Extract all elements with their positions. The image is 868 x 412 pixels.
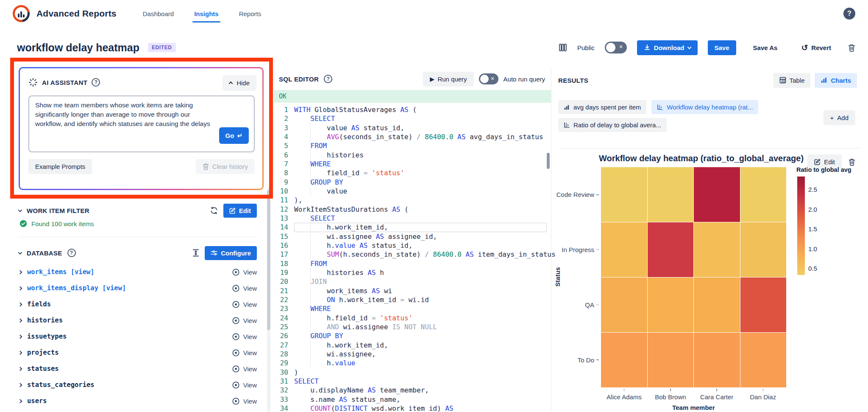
view-table-button[interactable]: View (232, 349, 257, 357)
code-line[interactable]: 1WITH GlobalStatusAverages AS ( (277, 105, 547, 114)
table-name[interactable]: issuetypes (27, 333, 67, 340)
delete-chart-trash-icon[interactable] (849, 158, 855, 166)
table-name[interactable]: work_items [view] (27, 268, 95, 276)
database-table-row[interactable]: usersView (19, 393, 257, 409)
code-line[interactable]: 14 h.work_item_id, (277, 223, 547, 232)
collapse-chevron-icon[interactable] (18, 208, 22, 212)
heatmap-cell[interactable] (740, 167, 787, 222)
heatmap-cell[interactable] (694, 277, 740, 332)
table-name[interactable]: work_items_display [view] (27, 284, 126, 292)
sql-help-icon[interactable]: ? (324, 75, 332, 83)
expand-rows-icon[interactable] (192, 249, 200, 257)
table-name[interactable]: projects (27, 349, 59, 356)
code-line[interactable]: 25 AND wi.assignee IS NOT NULL (277, 322, 547, 331)
nav-dashboard[interactable]: Dashboard (143, 7, 174, 21)
view-table-button[interactable]: View (232, 333, 257, 341)
code-line[interactable]: 17 SUM(h.seconds_in_state) / 86400.0 AS … (277, 250, 547, 259)
code-line[interactable]: 6 histories (277, 151, 547, 160)
view-table-button[interactable]: View (232, 268, 257, 276)
run-query-button[interactable]: ▶ Run query (423, 72, 473, 87)
code-line[interactable]: 22 ON h.work_item_id = wi.id (277, 295, 547, 304)
chevron-right-icon[interactable] (18, 334, 22, 339)
go-button[interactable]: Go ↵ (219, 127, 249, 144)
database-table-row[interactable]: work_items [view]View (19, 264, 257, 280)
sql-editor-scrollbar-thumb[interactable] (547, 153, 550, 169)
heatmap-cell[interactable] (648, 333, 694, 387)
view-table-button[interactable]: View (232, 397, 257, 405)
edit-filter-button[interactable]: Edit (223, 204, 257, 218)
code-line[interactable]: 23 WHERE (277, 304, 547, 313)
nav-reports[interactable]: Reports (239, 7, 262, 21)
code-line[interactable]: 32 u.displayName AS team_member, (277, 386, 547, 395)
public-toggle[interactable]: ✕ (605, 42, 627, 53)
heatmap-cell[interactable] (740, 222, 787, 277)
tab-avg-days-spent-per-item[interactable]: avg days spent per item (558, 100, 646, 114)
add-chart-button[interactable]: + Add (823, 110, 855, 125)
heatmap-cell[interactable] (648, 167, 694, 222)
view-table-button[interactable]: View (232, 300, 257, 308)
database-help-icon[interactable]: ? (67, 249, 76, 257)
code-line[interactable]: 11), (277, 196, 547, 205)
table-name[interactable]: statuses (27, 365, 59, 373)
nav-insights[interactable]: Insights (194, 7, 219, 21)
ai-help-icon[interactable]: ? (92, 78, 100, 87)
heatmap-cell[interactable] (648, 277, 694, 332)
example-prompts-button[interactable]: Example Prompts (28, 159, 92, 174)
auto-run-toggle[interactable]: ✕ (479, 73, 498, 84)
table-name[interactable]: fields (27, 300, 51, 308)
code-line[interactable]: 5 FROM (277, 141, 547, 150)
left-panel-scrollbar[interactable] (267, 187, 270, 412)
code-line[interactable]: 29 h.value (277, 359, 547, 367)
sql-code[interactable]: 1WITH GlobalStatusAverages AS (2 SELECT3… (274, 103, 551, 412)
code-line[interactable]: 33 s.name AS status_name, (277, 395, 547, 404)
code-line[interactable]: 8 field_id = 'status' (277, 168, 547, 177)
view-table-button[interactable]: View (232, 365, 257, 373)
database-table-row[interactable]: statusesView (19, 361, 257, 377)
heatmap-cell[interactable] (694, 222, 740, 277)
chevron-right-icon[interactable] (18, 286, 22, 290)
database-table-row[interactable]: historiesView (19, 312, 257, 328)
code-line[interactable]: 21 work_items AS wi (277, 286, 547, 295)
tab-workflow-delay-heatmap[interactable]: Workflow delay heatmap (rat... (651, 100, 758, 114)
database-table-row[interactable]: issuetypesView (19, 328, 257, 345)
heatmap-cell[interactable] (694, 333, 740, 387)
code-line[interactable]: 13 SELECT (277, 214, 547, 223)
code-line[interactable]: 34 COUNT(DISTINCT wsd.work_item_id) AS (277, 404, 547, 412)
scrollbar-thumb[interactable] (267, 190, 270, 330)
code-line[interactable]: 4 AVG(seconds_in_state) / 86400.0 AS avg… (277, 132, 547, 141)
collapse-chevron-icon[interactable] (18, 250, 22, 255)
save-as-button[interactable]: Save As (746, 40, 785, 55)
code-line[interactable]: 16 h.value AS status_id, (277, 241, 547, 250)
chevron-right-icon[interactable] (18, 270, 22, 274)
heatmap-cell[interactable] (601, 333, 647, 387)
table-name[interactable]: users (27, 397, 47, 405)
revert-button[interactable]: ↺ Revert (794, 39, 838, 56)
view-table-button[interactable]: View (232, 284, 257, 292)
heatmap-cell[interactable] (601, 222, 647, 277)
heatmap-cell[interactable] (740, 277, 787, 332)
save-button[interactable]: Save (708, 40, 736, 55)
chevron-right-icon[interactable] (18, 302, 22, 306)
view-table-button[interactable]: View (232, 317, 257, 325)
columns-icon[interactable] (559, 43, 567, 52)
delete-report-trash-icon[interactable] (848, 44, 855, 52)
code-line[interactable]: 10 value (277, 187, 547, 196)
database-table-row[interactable]: projectsView (19, 345, 257, 361)
code-line[interactable]: 15 wi.assignee AS assignee_id, (277, 232, 547, 241)
code-line[interactable]: 31SELECT (277, 377, 547, 386)
code-line[interactable]: 27 h.work_item_id, (277, 341, 547, 350)
code-line[interactable]: 30) (277, 368, 547, 377)
help-icon[interactable]: ? (843, 8, 855, 20)
configure-database-button[interactable]: Configure (205, 246, 257, 260)
chevron-right-icon[interactable] (18, 367, 22, 371)
chevron-right-icon[interactable] (18, 383, 22, 387)
sync-icon[interactable] (210, 206, 218, 215)
download-button[interactable]: Download (637, 40, 698, 55)
code-line[interactable]: 19 histories AS h (277, 268, 547, 277)
database-table-row[interactable]: fieldsView (19, 296, 257, 312)
database-table-row[interactable]: status_categoriesView (19, 377, 257, 393)
code-line[interactable]: 26 GROUP BY (277, 331, 547, 340)
chevron-right-icon[interactable] (18, 399, 22, 403)
chevron-right-icon[interactable] (18, 350, 22, 355)
heatmap-cell[interactable] (601, 167, 647, 222)
